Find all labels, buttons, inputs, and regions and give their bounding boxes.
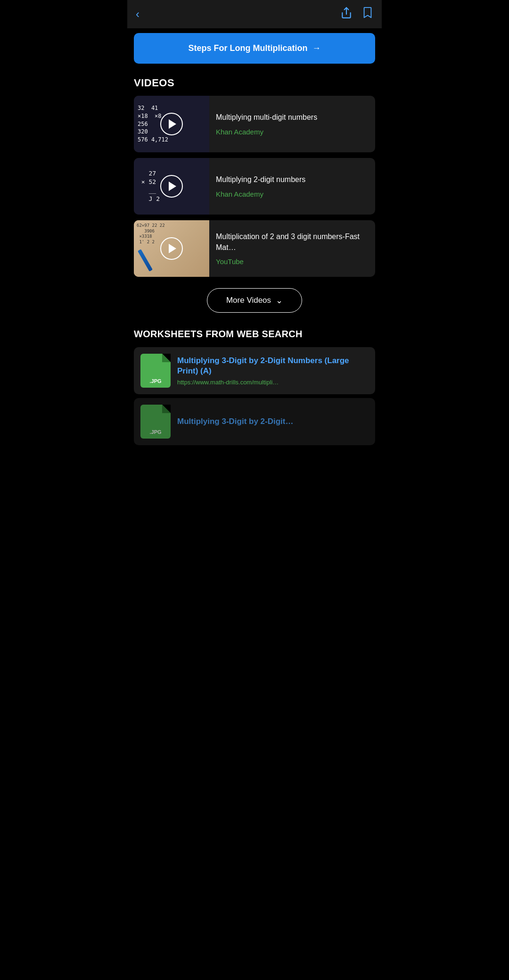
worksheet-url-1: https://www.math-drills.com/multipli…	[177, 379, 369, 386]
video-item-2[interactable]: 27 × 52 __ J 2 Multiplying 2-digit numbe…	[134, 158, 375, 215]
video-thumbnail-2: 27 × 52 __ J 2	[134, 158, 209, 215]
worksheet-list: .JPG Multiplying 3-Digit by 2-Digit Numb…	[127, 347, 382, 445]
cta-button[interactable]: Steps For Long Multiplication →	[134, 33, 375, 64]
video-info-1: Multiplying multi-digit numbers Khan Aca…	[209, 96, 375, 152]
file-type-2: .JPG	[149, 429, 161, 435]
video-item-3[interactable]: 62×97 22 22 3906 ×3318 1' 2 2 Multiplica…	[134, 220, 375, 277]
video-source-1: Khan Academy	[216, 128, 369, 136]
video-source-2: Khan Academy	[216, 190, 369, 198]
more-videos-container: More Videos ⌄	[127, 277, 382, 324]
video-item-1[interactable]: 32 41 ×18 ×8 256 320 576 4,712 Multiplyi…	[134, 96, 375, 152]
worksheet-info-1: Multiplying 3-Digit by 2-Digit Numbers (…	[177, 356, 369, 386]
video-info-2: Multiplying 2-digit numbers Khan Academy	[209, 158, 375, 215]
video-title-3: Multiplication of 2 and 3 digit numbers-…	[216, 232, 369, 253]
more-videos-button[interactable]: More Videos ⌄	[207, 288, 302, 313]
play-button-3[interactable]	[160, 237, 183, 260]
worksheet-item-1[interactable]: .JPG Multiplying 3-Digit by 2-Digit Numb…	[134, 347, 375, 394]
bookmark-icon[interactable]	[362, 7, 373, 22]
more-videos-label: More Videos	[226, 296, 271, 305]
chevron-down-icon: ⌄	[276, 295, 283, 306]
video-title-1: Multiplying multi-digit numbers	[216, 112, 369, 123]
video-info-3: Multiplication of 2 and 3 digit numbers-…	[209, 220, 375, 277]
video-title-2: Multiplying 2-digit numbers	[216, 174, 369, 185]
file-type-1: .JPG	[149, 378, 161, 384]
video-thumbnail-3: 62×97 22 22 3906 ×3318 1' 2 2	[134, 220, 209, 277]
videos-section-title: VIDEOS	[127, 64, 382, 96]
play-button-2[interactable]	[160, 175, 183, 198]
video-source-3: YouTube	[216, 257, 369, 266]
file-icon-2: .JPG	[140, 405, 171, 439]
worksheet-title-1: Multiplying 3-Digit by 2-Digit Numbers (…	[177, 356, 369, 376]
video-list: 32 41 ×18 ×8 256 320 576 4,712 Multiplyi…	[127, 96, 382, 277]
worksheet-title-2: Multiplying 3-Digit by 2-Digit…	[177, 416, 369, 427]
file-icon-1: .JPG	[140, 354, 171, 388]
cta-label: Steps For Long Multiplication	[189, 43, 308, 53]
worksheets-section: WORKSHEETS FROM WEB SEARCH .JPG Multiply…	[127, 324, 382, 450]
worksheet-item-2[interactable]: .JPG Multiplying 3-Digit by 2-Digit…	[134, 398, 375, 445]
worksheets-section-title: WORKSHEETS FROM WEB SEARCH	[127, 324, 382, 347]
cta-arrow: →	[312, 43, 320, 53]
header-actions	[340, 7, 373, 22]
video-thumbnail-1: 32 41 ×18 ×8 256 320 576 4,712	[134, 96, 209, 152]
back-button[interactable]: ‹	[136, 8, 140, 21]
play-button-1[interactable]	[160, 113, 183, 135]
header: ‹	[127, 0, 382, 28]
worksheet-info-2: Multiplying 3-Digit by 2-Digit…	[177, 416, 369, 427]
share-icon[interactable]	[340, 7, 353, 22]
